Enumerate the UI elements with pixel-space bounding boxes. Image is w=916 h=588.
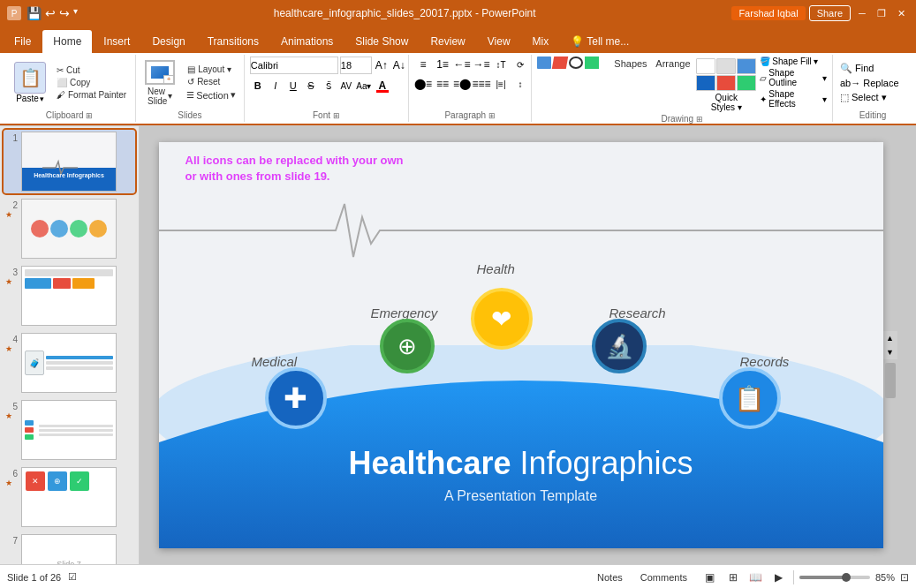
character-spacing-button[interactable]: AV	[338, 78, 354, 94]
strikethrough-button[interactable]: S	[303, 78, 319, 94]
accessibility-icon[interactable]: ☑	[68, 571, 77, 583]
decrease-font-button[interactable]: A↓	[391, 57, 407, 73]
align-right-button[interactable]: ≡⬤	[453, 76, 471, 92]
restore-button[interactable]: ❐	[874, 5, 890, 21]
qs-item-3[interactable]	[737, 58, 756, 74]
minimize-button[interactable]: ─	[854, 5, 870, 21]
scroll-up-arrow[interactable]: ▲	[883, 331, 897, 345]
user-name[interactable]: Farshad Iqbal	[731, 6, 805, 20]
shapes-button[interactable]: Shapes	[611, 57, 649, 71]
bold-button[interactable]: B	[250, 78, 266, 94]
font-size-select[interactable]	[340, 57, 372, 74]
shape-effects-button[interactable]: ✦ Shape Effects ▾	[760, 89, 827, 109]
scroll-down-arrow[interactable]: ▼	[883, 345, 897, 359]
align-center-button[interactable]: ≡≡	[434, 76, 451, 92]
slide-thumb-7[interactable]: 7 Slide 7	[4, 532, 135, 564]
qs-item-4[interactable]	[696, 75, 715, 91]
slide-thumb-6[interactable]: 6 ★ ✕ ⊕ ✓	[4, 465, 135, 529]
shape-fill-button[interactable]: 🪣 Shape Fill ▾	[760, 57, 827, 66]
tab-tell-me[interactable]: 💡 Tell me...	[560, 30, 640, 53]
italic-button[interactable]: I	[268, 78, 284, 94]
annotation-text: All icons can be replaced with your own …	[185, 153, 404, 185]
select-button[interactable]: ⬚ Select ▾	[838, 91, 901, 104]
quick-styles-grid	[696, 58, 756, 91]
arrange-button[interactable]: Arrange	[654, 57, 693, 71]
share-button[interactable]: Share	[809, 5, 851, 21]
columns-button[interactable]: |≡|	[492, 76, 510, 92]
fit-slide-button[interactable]: ⊡	[900, 571, 909, 584]
tab-file[interactable]: File	[4, 30, 42, 53]
clipboard-group: 📋 Paste▾ ✂Cut ⬜Copy 🖌Format Painter Clip…	[4, 55, 136, 122]
text-direction-button[interactable]: ↕T	[492, 57, 510, 72]
justify-button[interactable]: ≡≡≡	[473, 76, 490, 92]
zoom-level[interactable]: 85%	[875, 572, 895, 583]
decrease-indent-button[interactable]: ←≡	[453, 57, 471, 72]
slide-sorter-button[interactable]: ⊞	[724, 569, 742, 586]
tab-insert[interactable]: Insert	[93, 30, 140, 53]
text-shadow-button[interactable]: S̈	[321, 78, 337, 94]
font-name-select[interactable]	[250, 57, 338, 74]
redo-icon[interactable]: ↪	[59, 6, 70, 20]
slides-label: Slides	[141, 109, 238, 120]
line-spacing-button[interactable]: ↕	[511, 76, 529, 92]
save-icon[interactable]: 💾	[26, 6, 42, 20]
reset-button[interactable]: ↺Reset	[184, 76, 238, 87]
ribbon: File Home Insert Design Transitions Anim…	[0, 26, 916, 126]
normal-view-button[interactable]: ▣	[701, 569, 719, 586]
para-row2: ⬤≡ ≡≡ ≡⬤ ≡≡≡ |≡| ↕	[414, 76, 529, 92]
new-slide-button[interactable]: + NewSlide ▾	[141, 58, 178, 108]
qs-item-6[interactable]	[737, 75, 756, 91]
main-area: 1 Healthcare Infographics 2 ★	[0, 126, 916, 564]
slide-thumb-5[interactable]: 5 ★	[4, 398, 135, 462]
shape-outline-button[interactable]: ▱ Shape Outline ▾	[760, 68, 827, 87]
qs-item-1[interactable]	[696, 58, 715, 74]
copy-button[interactable]: ⬜Copy	[53, 77, 130, 88]
underline-button[interactable]: U	[285, 78, 301, 94]
ribbon-content: 📋 Paste▾ ✂Cut ⬜Copy 🖌Format Painter Clip…	[0, 53, 916, 125]
tab-slideshow[interactable]: Slide Show	[344, 30, 419, 53]
slide-canvas[interactable]: All icons can be replaced with your own …	[159, 142, 883, 548]
title-bar: P 💾 ↩ ↪ ▾ healthcare_infographic_slides_…	[0, 0, 916, 26]
numbering-button[interactable]: 1≡	[434, 57, 451, 72]
tab-design[interactable]: Design	[141, 30, 195, 53]
tab-view[interactable]: View	[477, 30, 521, 53]
slide-preview-4: 🧳	[21, 333, 117, 393]
lightbulb-icon: 💡	[571, 35, 584, 48]
find-button[interactable]: 🔍 Find	[838, 62, 901, 75]
tab-home[interactable]: Home	[42, 30, 92, 53]
increase-font-button[interactable]: A↑	[374, 57, 390, 73]
align-left-button[interactable]: ⬤≡	[414, 76, 432, 92]
cut-button[interactable]: ✂Cut	[53, 64, 130, 76]
slideshow-button[interactable]: ▶	[770, 569, 788, 586]
tab-animations[interactable]: Animations	[270, 30, 344, 53]
font-label: Font ⊞	[250, 109, 403, 120]
tab-transitions[interactable]: Transitions	[197, 30, 269, 53]
replace-button[interactable]: ab→ Replace	[838, 77, 901, 89]
increase-indent-button[interactable]: →≡	[473, 57, 490, 72]
layout-button[interactable]: ▤Layout ▾	[184, 64, 238, 75]
quick-styles-label[interactable]: QuickStyles ▾	[696, 93, 756, 112]
section-button[interactable]: ☰ Section ▾	[184, 88, 238, 102]
font-color-button[interactable]: A	[374, 79, 391, 94]
close-button[interactable]: ✕	[893, 5, 909, 21]
vertical-scrollbar[interactable]: ▲ ▼	[883, 331, 897, 359]
zoom-slider-container[interactable]	[799, 571, 870, 584]
comments-button[interactable]: Comments	[633, 570, 694, 584]
scroll-thumb[interactable]	[885, 363, 896, 398]
tab-review[interactable]: Review	[420, 30, 475, 53]
reading-view-button[interactable]: 📖	[747, 569, 765, 586]
slide-thumb-3[interactable]: 3 ★	[4, 264, 135, 328]
convert-smartart-button[interactable]: ⟳	[511, 57, 529, 72]
change-case-button[interactable]: Aa▾	[356, 78, 372, 94]
slide-thumb-2[interactable]: 2 ★	[4, 197, 135, 260]
format-painter-button[interactable]: 🖌Format Painter	[53, 89, 130, 101]
tab-mix[interactable]: Mix	[522, 30, 560, 53]
slide-thumb-1[interactable]: 1 Healthcare Infographics	[4, 130, 135, 193]
paste-button[interactable]: 📋 Paste▾	[9, 60, 51, 105]
qs-item-5[interactable]	[716, 75, 736, 91]
notes-button[interactable]: Notes	[590, 570, 630, 584]
bullets-button[interactable]: ≡	[414, 57, 432, 72]
qs-item-2[interactable]	[716, 58, 736, 74]
undo-icon[interactable]: ↩	[45, 6, 56, 20]
slide-thumb-4[interactable]: 4 ★ 🧳	[4, 331, 135, 395]
